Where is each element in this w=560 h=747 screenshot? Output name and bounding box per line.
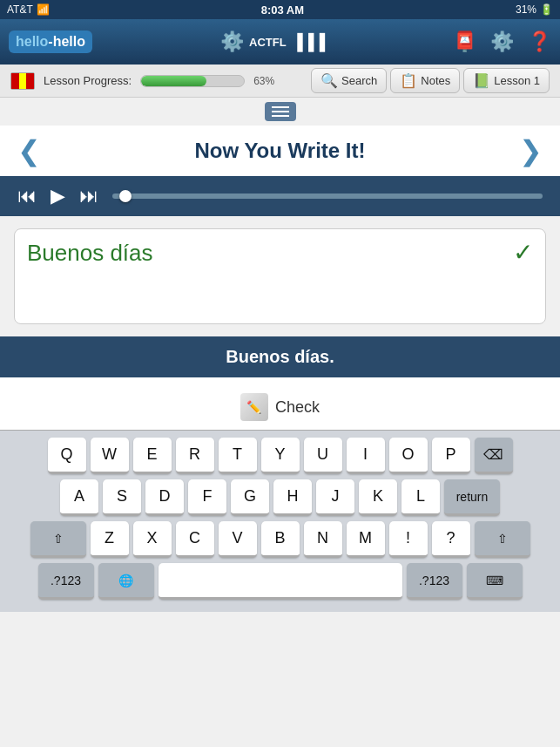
progress-fill — [141, 76, 206, 86]
key-m[interactable]: M — [347, 521, 385, 558]
key-k[interactable]: K — [359, 479, 397, 516]
write-area[interactable]: Buenos días ✓ — [14, 228, 546, 324]
search-label: Search — [341, 74, 377, 87]
key-r[interactable]: R — [176, 438, 214, 474]
shift-left-key[interactable]: ⇧ — [30, 521, 86, 558]
answer-row: Buenos días. — [0, 336, 560, 377]
notes-button[interactable]: 📋 Notes — [390, 68, 460, 93]
menu-lines-button[interactable] — [265, 102, 296, 121]
forward-button[interactable]: ⏭ — [79, 185, 98, 207]
bars-icon: ▐▐▐ — [292, 33, 325, 51]
check-button[interactable]: Check — [275, 398, 320, 417]
audio-slider-thumb — [119, 190, 132, 202]
keyboard-dismiss-key[interactable]: ⌨ — [467, 563, 523, 600]
key-s[interactable]: S — [103, 479, 141, 516]
key-f[interactable]: F — [188, 479, 226, 516]
carrier-label: AT&T — [7, 3, 33, 16]
correct-checkmark: ✓ — [513, 238, 533, 267]
key-v[interactable]: V — [219, 521, 257, 558]
lesson-icon: 📗 — [473, 72, 490, 89]
rewind-button[interactable]: ⏮ — [17, 185, 37, 207]
lesson1-button[interactable]: 📗 Lesson 1 — [463, 68, 550, 93]
return-key[interactable]: return — [444, 479, 500, 516]
key-x[interactable]: X — [133, 521, 172, 558]
search-button[interactable]: 🔍 Search — [311, 68, 387, 93]
search-icon: 🔍 — [320, 72, 338, 89]
globe-key[interactable]: 🌐 — [98, 563, 154, 600]
key-i[interactable]: I — [347, 438, 385, 474]
numbers-right-key[interactable]: .?123 — [407, 563, 462, 600]
progress-percent: 63% — [253, 75, 274, 87]
key-a[interactable]: A — [60, 479, 98, 516]
app-logo: hello-hello — [9, 31, 92, 53]
progress-bar-row: Lesson Progress: 63% 🔍 Search 📋 Notes 📗 … — [0, 65, 560, 98]
shift-right-key[interactable]: ⇧ — [475, 521, 530, 558]
key-g[interactable]: G — [231, 479, 269, 516]
key-t[interactable]: T — [219, 438, 257, 474]
check-area: ✏️ Check — [0, 377, 560, 430]
prev-arrow[interactable]: ❮ — [17, 134, 41, 167]
keyboard: Q W E R T Y U I O P ⌫ A S D F G H J K L … — [0, 430, 560, 612]
next-arrow[interactable]: ❯ — [519, 134, 543, 167]
key-e[interactable]: E — [133, 438, 172, 474]
status-time: 8:03 AM — [261, 3, 304, 17]
actfl-area: ⚙️ ACTFL ▐▐▐ — [220, 31, 325, 53]
gear-icon: ⚙️ — [220, 31, 244, 53]
notes-label: Notes — [421, 74, 450, 87]
answer-text: Buenos días. — [226, 347, 334, 366]
key-l[interactable]: L — [401, 479, 440, 516]
keyboard-row-2: A S D F G H J K L return — [3, 479, 557, 516]
written-text: Buenos días — [27, 240, 153, 266]
status-bar: AT&T 📶 8:03 AM 31% 🔋 — [0, 0, 560, 19]
actfl-label: ACTFL — [249, 36, 287, 49]
audio-controls: ⏮ ▶ ⏭ — [0, 176, 560, 216]
battery-icon: 🔋 — [540, 3, 553, 16]
key-c[interactable]: C — [176, 521, 214, 558]
flag-icon — [10, 72, 35, 90]
key-q[interactable]: Q — [48, 438, 86, 474]
status-right: 31% 🔋 — [516, 3, 553, 16]
key-y[interactable]: Y — [261, 438, 300, 474]
keyboard-row-1: Q W E R T Y U I O P ⌫ — [3, 438, 557, 474]
key-w[interactable]: W — [91, 438, 129, 474]
key-question[interactable]: ? — [432, 521, 470, 558]
lesson1-label: Lesson 1 — [494, 74, 540, 87]
status-left: AT&T 📶 — [7, 3, 50, 16]
key-exclaim[interactable]: ! — [389, 521, 428, 558]
audio-slider[interactable] — [112, 194, 543, 199]
stamp-icon[interactable]: 📮 — [453, 31, 476, 53]
help-icon[interactable]: ❓ — [528, 31, 551, 53]
coins-icon[interactable]: ⚙️ — [490, 31, 514, 53]
title-row: ❮ Now You Write It! ❯ — [0, 126, 560, 176]
key-p[interactable]: P — [432, 438, 470, 474]
lesson-progress-label: Lesson Progress: — [44, 74, 132, 87]
keyboard-row-3: ⇧ Z X C V B N M ! ? ⇧ — [3, 521, 557, 558]
battery-label: 31% — [516, 3, 536, 16]
space-key[interactable] — [159, 563, 402, 600]
backspace-key[interactable]: ⌫ — [475, 438, 513, 474]
header: hello-hello ⚙️ ACTFL ▐▐▐ 📮 ⚙️ ❓ — [0, 19, 560, 65]
key-z[interactable]: Z — [91, 521, 129, 558]
logo-area: hello-hello — [9, 31, 92, 53]
key-h[interactable]: H — [273, 479, 312, 516]
notes-icon: 📋 — [400, 72, 417, 89]
check-icon: ✏️ — [240, 393, 268, 421]
numbers-left-key[interactable]: .?123 — [38, 563, 94, 600]
wifi-icon: 📶 — [37, 3, 50, 16]
key-n[interactable]: N — [304, 521, 342, 558]
progress-track — [140, 75, 245, 87]
toolbar-buttons: 🔍 Search 📋 Notes 📗 Lesson 1 — [311, 68, 550, 93]
play-button[interactable]: ▶ — [51, 185, 65, 207]
page-title: Now You Write It! — [195, 139, 366, 163]
key-j[interactable]: J — [316, 479, 354, 516]
menu-icon-row — [0, 98, 560, 126]
key-b[interactable]: B — [261, 521, 300, 558]
key-o[interactable]: O — [389, 438, 428, 474]
key-u[interactable]: U — [304, 438, 342, 474]
header-icons: 📮 ⚙️ ❓ — [453, 31, 551, 53]
keyboard-row-4: .?123 🌐 .?123 ⌨ — [3, 563, 557, 600]
key-d[interactable]: D — [145, 479, 184, 516]
